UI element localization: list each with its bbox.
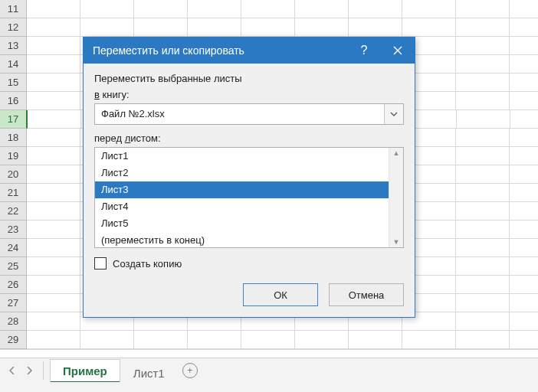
dialog-titlebar[interactable]: Переместить или скопировать ?: [84, 38, 415, 64]
listbox-scrollbar[interactable]: ▲ ▼: [389, 148, 403, 247]
create-copy-label: Создать копию: [113, 258, 182, 270]
row-header[interactable]: 22: [0, 202, 27, 220]
row-header[interactable]: 13: [0, 37, 27, 55]
sheet-listbox[interactable]: Лист1Лист2Лист3Лист4Лист5(переместить в …: [94, 147, 404, 248]
row-header[interactable]: 16: [0, 92, 27, 110]
row-header[interactable]: 24: [0, 239, 27, 257]
row-header[interactable]: 15: [0, 74, 27, 92]
cancel-button[interactable]: Отмена: [329, 283, 404, 306]
dialog-buttons: ОК Отмена: [94, 283, 404, 306]
list-item[interactable]: (переместить в конец): [95, 232, 389, 247]
sheet-listbox-items: Лист1Лист2Лист3Лист4Лист5(переместить в …: [95, 148, 389, 247]
scroll-down-icon: ▼: [393, 238, 400, 246]
book-label: в книгу:: [94, 89, 404, 100]
dialog-instruction: Переместить выбранные листы: [94, 73, 404, 84]
status-strip: [0, 382, 538, 392]
row-header[interactable]: 11: [0, 0, 27, 18]
create-copy-checkbox[interactable]: [94, 257, 107, 270]
list-item[interactable]: Лист3: [95, 181, 389, 198]
book-combo-value: Файл №2.xlsx: [95, 104, 384, 124]
tab-separator: [43, 361, 48, 380]
row-header[interactable]: 27: [0, 294, 27, 312]
list-item[interactable]: Лист2: [95, 165, 389, 181]
list-item[interactable]: Лист4: [95, 198, 389, 215]
help-button[interactable]: ?: [347, 38, 381, 64]
list-item[interactable]: Лист1: [95, 148, 389, 165]
row-header[interactable]: 18: [0, 129, 27, 147]
row-header[interactable]: 23: [0, 220, 27, 239]
row-cells[interactable]: [27, 0, 538, 18]
grid-row: 29: [0, 331, 538, 349]
row-header[interactable]: 19: [0, 147, 27, 165]
scroll-up-icon: ▲: [393, 149, 400, 157]
sheet-tabs: ПримерЛист1: [50, 358, 178, 383]
dialog-title: Переместить или скопировать: [93, 44, 347, 57]
grid-row: 11: [0, 0, 538, 18]
dialog-body: Переместить выбранные листы в книгу: Фай…: [84, 64, 415, 317]
row-header[interactable]: 28: [0, 312, 27, 331]
sheet-tab-bar: ПримерЛист1 +: [0, 358, 538, 383]
row-header[interactable]: 12: [0, 18, 27, 37]
ok-button-label: ОК: [274, 289, 287, 301]
close-icon: [393, 46, 402, 55]
tab-nav: [0, 358, 41, 383]
ok-button[interactable]: ОК: [243, 283, 318, 306]
row-header[interactable]: 29: [0, 331, 27, 349]
cancel-button-label: Отмена: [349, 289, 385, 301]
move-or-copy-dialog: Переместить или скопировать ? Переместит…: [83, 37, 415, 318]
before-label: перед листом:: [94, 132, 404, 144]
tab-nav-prev-icon[interactable]: [5, 362, 20, 379]
plus-icon: +: [182, 363, 198, 378]
row-cells[interactable]: [27, 18, 538, 37]
row-header[interactable]: 26: [0, 276, 27, 294]
add-sheet-button[interactable]: +: [178, 358, 202, 383]
row-header[interactable]: 20: [0, 165, 27, 184]
book-combo-button[interactable]: [384, 104, 403, 124]
grid-row: 12: [0, 18, 538, 37]
row-header[interactable]: 14: [0, 55, 27, 74]
row-header[interactable]: 25: [0, 257, 27, 276]
chevron-down-icon: [390, 112, 398, 116]
help-icon: ?: [361, 44, 368, 57]
row-header[interactable]: 21: [0, 184, 27, 202]
list-item[interactable]: Лист5: [95, 215, 389, 232]
sheet-tab[interactable]: Пример: [50, 359, 120, 384]
row-cells[interactable]: [27, 331, 538, 349]
row-header[interactable]: 17: [0, 110, 28, 129]
sheet-tab[interactable]: Лист1: [120, 361, 178, 384]
book-combo[interactable]: Файл №2.xlsx: [94, 103, 404, 125]
create-copy-row: Создать копию: [94, 257, 404, 270]
tab-nav-next-icon[interactable]: [21, 362, 37, 379]
close-button[interactable]: [381, 38, 415, 64]
